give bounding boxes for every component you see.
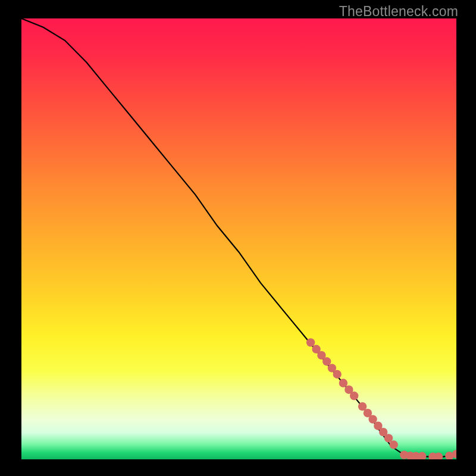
chart-stage: TheBottleneck.com [0, 0, 476, 476]
plot-area [21, 18, 456, 459]
watermark-text: TheBottleneck.com [339, 4, 458, 20]
